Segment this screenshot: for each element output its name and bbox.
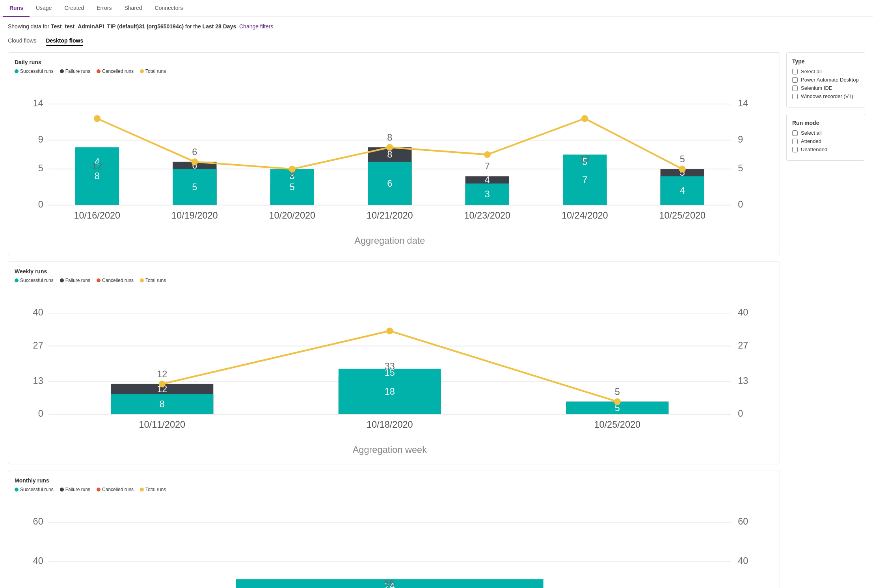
info-middle: for the bbox=[184, 23, 202, 30]
svg-text:10/21/2020: 10/21/2020 bbox=[367, 210, 413, 221]
change-filters-link[interactable]: Change filters bbox=[239, 23, 273, 30]
nav-tab-created[interactable]: Created bbox=[58, 0, 90, 17]
total-runs-dot bbox=[159, 380, 166, 387]
svg-text:5: 5 bbox=[192, 182, 197, 192]
svg-text:33: 33 bbox=[385, 361, 395, 371]
legend-dot bbox=[97, 278, 101, 282]
nav-tab-connectors[interactable]: Connectors bbox=[149, 0, 190, 17]
svg-text:10/23/2020: 10/23/2020 bbox=[464, 210, 510, 221]
legend-label: Cancelled runs bbox=[102, 278, 134, 283]
legend-item: Cancelled runs bbox=[97, 278, 134, 283]
daily-runs-chart: 0055991414841210/16/202056610/19/2020535… bbox=[15, 79, 773, 249]
monthly-runs-title: Monthly runs bbox=[15, 477, 773, 484]
svg-text:0: 0 bbox=[38, 199, 43, 210]
svg-text:8: 8 bbox=[387, 149, 392, 160]
runmode-unattended-label[interactable]: Unattended bbox=[801, 147, 827, 152]
type-selenium-ide-checkbox[interactable] bbox=[792, 85, 798, 91]
run-mode-select-all-label[interactable]: Select all bbox=[801, 130, 822, 136]
type-select-all-row: Select all bbox=[792, 69, 859, 74]
svg-text:5: 5 bbox=[38, 163, 43, 173]
monthly-runs-chart: 00202040406060312455October 2020Aggregat… bbox=[15, 497, 773, 588]
sub-tabs: Cloud flowsDesktop flows bbox=[8, 37, 865, 46]
svg-text:55: 55 bbox=[385, 578, 395, 588]
svg-text:60: 60 bbox=[33, 516, 43, 527]
legend-item: Cancelled runs bbox=[97, 69, 134, 74]
legend-label: Failure runs bbox=[65, 69, 90, 74]
svg-text:5: 5 bbox=[290, 182, 295, 192]
sub-tab-cloud[interactable]: Cloud flows bbox=[8, 37, 36, 46]
legend-label: Failure runs bbox=[65, 278, 90, 283]
run-mode-option-unattended: Unattended bbox=[792, 147, 859, 152]
svg-text:Aggregation week: Aggregation week bbox=[353, 445, 427, 455]
svg-text:6: 6 bbox=[192, 147, 197, 157]
svg-text:7: 7 bbox=[582, 175, 587, 185]
svg-text:40: 40 bbox=[738, 307, 748, 317]
runmode-attended-checkbox[interactable] bbox=[792, 139, 798, 144]
svg-text:0: 0 bbox=[738, 199, 743, 210]
run-mode-select-all-checkbox[interactable] bbox=[792, 130, 798, 136]
nav-tab-runs[interactable]: Runs bbox=[3, 0, 30, 17]
weekly-runs-legend: Successful runsFailure runsCancelled run… bbox=[15, 278, 773, 283]
svg-text:8: 8 bbox=[95, 171, 100, 181]
daily-runs-title: Daily runs bbox=[15, 59, 773, 65]
svg-text:6: 6 bbox=[387, 178, 392, 189]
svg-text:12: 12 bbox=[92, 161, 102, 171]
svg-text:0: 0 bbox=[38, 408, 43, 419]
type-panel-title: Type bbox=[792, 58, 859, 65]
svg-text:10/18/2020: 10/18/2020 bbox=[367, 419, 413, 430]
legend-dot bbox=[60, 69, 64, 73]
nav-tab-shared[interactable]: Shared bbox=[118, 0, 148, 17]
legend-label: Failure runs bbox=[65, 487, 90, 492]
svg-text:10/11/2020: 10/11/2020 bbox=[139, 419, 185, 430]
legend-label: Total runs bbox=[145, 69, 166, 74]
total-runs-dot bbox=[289, 166, 296, 173]
nav-tabs: RunsUsageCreatedErrorsSharedConnectors bbox=[0, 0, 873, 17]
svg-text:9: 9 bbox=[738, 134, 743, 145]
type-selenium-ide-label[interactable]: Selenium IDE bbox=[801, 85, 832, 91]
svg-text:18: 18 bbox=[385, 386, 395, 397]
legend-item: Successful runs bbox=[15, 487, 54, 492]
info-suffix: . bbox=[236, 23, 238, 30]
total-runs-dot bbox=[94, 115, 101, 122]
info-bar: Showing data for Test_test_AdminAPI_TIP … bbox=[8, 23, 865, 30]
monthly-runs-card: Monthly runs Successful runsFailure runs… bbox=[8, 471, 780, 588]
legend-item: Successful runs bbox=[15, 278, 54, 283]
legend-label: Total runs bbox=[145, 278, 166, 283]
type-select-all-checkbox[interactable] bbox=[792, 69, 798, 74]
svg-text:4: 4 bbox=[485, 175, 490, 185]
legend-label: Cancelled runs bbox=[102, 487, 134, 492]
type-power-automate-desktop-label[interactable]: Power Automate Desktop bbox=[801, 77, 859, 83]
monthly-runs-svg: 00202040406060312455October 2020Aggregat… bbox=[15, 497, 773, 588]
total-runs-dot bbox=[386, 327, 393, 334]
weekly-runs-title: Weekly runs bbox=[15, 268, 773, 275]
runmode-attended-label[interactable]: Attended bbox=[801, 138, 821, 144]
legend-dot bbox=[60, 278, 64, 282]
type-power-automate-desktop-checkbox[interactable] bbox=[792, 77, 798, 83]
total-runs-dot bbox=[484, 151, 491, 158]
nav-tab-usage[interactable]: Usage bbox=[30, 0, 58, 17]
legend-item: Successful runs bbox=[15, 69, 54, 74]
legend-item: Total runs bbox=[140, 278, 166, 283]
weekly-runs-chart: 001313272740408121210/11/202018153310/18… bbox=[15, 288, 773, 458]
type-windows-recorder-label[interactable]: Windows recorder (V1) bbox=[801, 93, 853, 99]
type-windows-recorder-checkbox[interactable] bbox=[792, 94, 798, 99]
charts-area: Daily runs Successful runsFailure runsCa… bbox=[8, 52, 780, 588]
svg-text:14: 14 bbox=[738, 98, 748, 108]
info-environment: Test_test_AdminAPI_TIP (default)31 (org5… bbox=[51, 23, 184, 30]
legend-label: Cancelled runs bbox=[102, 69, 134, 74]
svg-text:Aggregation date: Aggregation date bbox=[354, 236, 425, 246]
total-runs-dot bbox=[581, 115, 588, 122]
sub-tab-desktop[interactable]: Desktop flows bbox=[46, 37, 83, 46]
svg-text:10/20/2020: 10/20/2020 bbox=[269, 210, 315, 221]
nav-tab-errors[interactable]: Errors bbox=[90, 0, 118, 17]
runmode-unattended-checkbox[interactable] bbox=[792, 147, 798, 152]
svg-text:12: 12 bbox=[157, 369, 167, 379]
legend-dot bbox=[15, 278, 19, 282]
legend-item: Total runs bbox=[140, 69, 166, 74]
total-runs-dot bbox=[386, 144, 393, 151]
monthly-runs-legend: Successful runsFailure runsCancelled run… bbox=[15, 487, 773, 492]
legend-label: Successful runs bbox=[20, 487, 54, 492]
legend-label: Successful runs bbox=[20, 278, 54, 283]
svg-text:14: 14 bbox=[33, 98, 43, 108]
type-select-all-label[interactable]: Select all bbox=[801, 69, 822, 74]
